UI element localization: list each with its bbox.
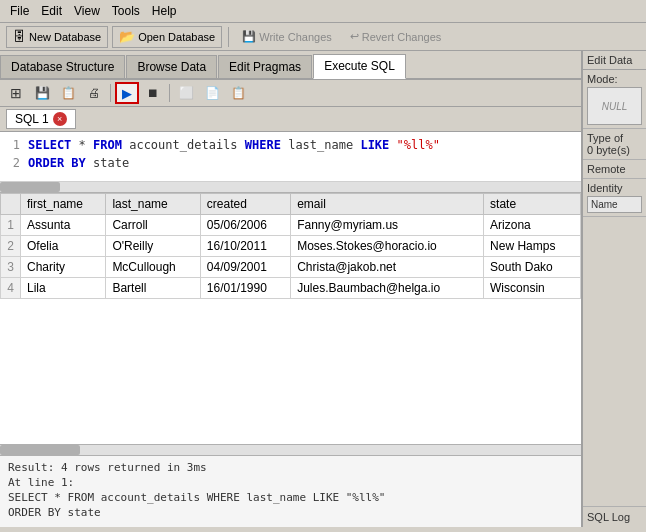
sql-log-label: SQL Log xyxy=(587,511,642,523)
save-as-sql-btn[interactable]: 📋 xyxy=(56,82,80,104)
save-as-icon: 📋 xyxy=(61,86,76,100)
editor-hscroll[interactable] xyxy=(0,182,581,193)
revert-changes-btn[interactable]: ↩ Revert Changes xyxy=(343,26,449,48)
sql-line-2: 2 ORDER BY state xyxy=(6,154,575,172)
col-created: created xyxy=(200,194,290,215)
null-input[interactable]: NULL xyxy=(587,87,642,125)
open-db-icon: 📂 xyxy=(119,29,135,44)
table-row[interactable]: 3CharityMcCullough04/09/2001Christa@jako… xyxy=(1,257,581,278)
tab-execute-sql[interactable]: Execute SQL xyxy=(313,54,406,79)
write-changes-btn[interactable]: 💾 Write Changes xyxy=(235,26,339,48)
status-line-1: Result: 4 rows returned in 3ms xyxy=(8,460,573,475)
table-row[interactable]: 2OfeliaO'Reilly16/10/2011Moses.Stokes@ho… xyxy=(1,236,581,257)
menu-tools[interactable]: Tools xyxy=(106,2,146,20)
sql-toolbar-separator xyxy=(110,84,111,102)
table-row[interactable]: 4LilaBartell16/01/1990Jules.Baumbach@hel… xyxy=(1,278,581,299)
results-table: first_name last_name created email state… xyxy=(0,193,581,299)
results-hscroll[interactable] xyxy=(0,444,581,455)
revert-changes-label: Revert Changes xyxy=(362,31,442,43)
run-icon: ▶ xyxy=(122,86,132,101)
sql-tab-label: SQL 1 xyxy=(15,112,49,126)
menu-help[interactable]: Help xyxy=(146,2,183,20)
sql-line-1: 1 SELECT * FROM account_details WHERE la… xyxy=(6,136,575,154)
open-database-label: Open Database xyxy=(138,31,215,43)
size-label: 0 byte(s) xyxy=(587,144,642,156)
paste-icon: 📋 xyxy=(231,86,246,100)
col-email: email xyxy=(291,194,484,215)
left-panel: Database Structure Browse Data Edit Prag… xyxy=(0,51,581,527)
write-changes-label: Write Changes xyxy=(259,31,332,43)
new-db-icon: 🗄 xyxy=(13,29,26,44)
type-label: Type of xyxy=(587,132,642,144)
right-panel-title: Edit Data xyxy=(583,51,646,70)
sql-tab-close[interactable]: × xyxy=(53,112,67,126)
sql-toolbar: ⊞ 💾 📋 🖨 ▶ ⏹ ⬜ 📄 xyxy=(0,80,581,107)
word-wrap-btn[interactable]: ⬜ xyxy=(174,82,198,104)
print-icon: 🖨 xyxy=(88,86,100,100)
open-database-btn[interactable]: 📂 Open Database xyxy=(112,26,222,48)
sql-tab-bar: SQL 1 × xyxy=(0,107,581,132)
name-field[interactable]: Name xyxy=(587,196,642,213)
identity-label: Identity xyxy=(587,182,642,194)
mode-label: Mode: xyxy=(587,73,642,85)
tab-database-structure[interactable]: Database Structure xyxy=(0,55,125,78)
save-sql-btn[interactable]: 💾 xyxy=(30,82,54,104)
new-database-btn[interactable]: 🗄 New Database xyxy=(6,26,108,48)
sql-editor[interactable]: 1 SELECT * FROM account_details WHERE la… xyxy=(0,132,581,182)
sql-log-section[interactable]: SQL Log xyxy=(583,506,646,527)
paste-sql-btn[interactable]: 📋 xyxy=(226,82,250,104)
toolbar-separator-1 xyxy=(228,27,229,47)
line-num-2: 2 xyxy=(6,154,20,172)
stop-icon: ⏹ xyxy=(147,86,159,100)
save-sql-icon: 💾 xyxy=(35,86,50,100)
stop-sql-btn[interactable]: ⏹ xyxy=(141,82,165,104)
open-sql-btn[interactable]: ⊞ xyxy=(4,82,28,104)
status-line-3: SELECT * FROM account_details WHERE last… xyxy=(8,490,573,505)
right-panel: Edit Data Mode: NULL Type of 0 byte(s) R… xyxy=(581,51,646,527)
type-section: Type of 0 byte(s) xyxy=(583,129,646,160)
tab-browse-data[interactable]: Browse Data xyxy=(126,55,217,78)
menu-edit[interactable]: Edit xyxy=(35,2,68,20)
menubar: File Edit View Tools Help xyxy=(0,0,646,23)
copy-icon: 📄 xyxy=(205,86,220,100)
identity-section: Identity Name xyxy=(583,179,646,217)
mode-section: Mode: NULL xyxy=(583,70,646,129)
sql-toolbar-separator-2 xyxy=(169,84,170,102)
content-area: Database Structure Browse Data Edit Prag… xyxy=(0,51,646,527)
col-rownum xyxy=(1,194,21,215)
word-wrap-icon: ⬜ xyxy=(179,86,194,100)
sql-text-1: SELECT * FROM account_details WHERE last… xyxy=(28,136,440,154)
main-toolbar: 🗄 New Database 📂 Open Database 💾 Write C… xyxy=(0,23,646,51)
status-bar: Result: 4 rows returned in 3ms At line 1… xyxy=(0,455,581,527)
tab-edit-pragmas[interactable]: Edit Pragmas xyxy=(218,55,312,78)
col-state: state xyxy=(484,194,581,215)
sql-text-2: ORDER BY state xyxy=(28,154,129,172)
menu-file[interactable]: File xyxy=(4,2,35,20)
revert-icon: ↩ xyxy=(350,30,359,43)
menu-view[interactable]: View xyxy=(68,2,106,20)
copy-sql-btn[interactable]: 📄 xyxy=(200,82,224,104)
col-last-name: last_name xyxy=(106,194,200,215)
run-sql-btn[interactable]: ▶ xyxy=(115,82,139,104)
print-sql-btn[interactable]: 🖨 xyxy=(82,82,106,104)
remote-label: Remote xyxy=(587,163,642,175)
status-line-2: At line 1: xyxy=(8,475,573,490)
sql-tab-1[interactable]: SQL 1 × xyxy=(6,109,76,129)
new-database-label: New Database xyxy=(29,31,101,43)
table-row[interactable]: 1AssuntaCarroll05/06/2006Fanny@myriam.us… xyxy=(1,215,581,236)
col-first-name: first_name xyxy=(21,194,106,215)
line-num-1: 1 xyxy=(6,136,20,154)
status-line-4: ORDER BY state xyxy=(8,505,573,520)
write-icon: 💾 xyxy=(242,30,256,43)
results-table-wrapper[interactable]: first_name last_name created email state… xyxy=(0,193,581,444)
tab-bar: Database Structure Browse Data Edit Prag… xyxy=(0,51,581,80)
remote-section: Remote xyxy=(583,160,646,179)
open-sql-icon: ⊞ xyxy=(10,85,22,101)
